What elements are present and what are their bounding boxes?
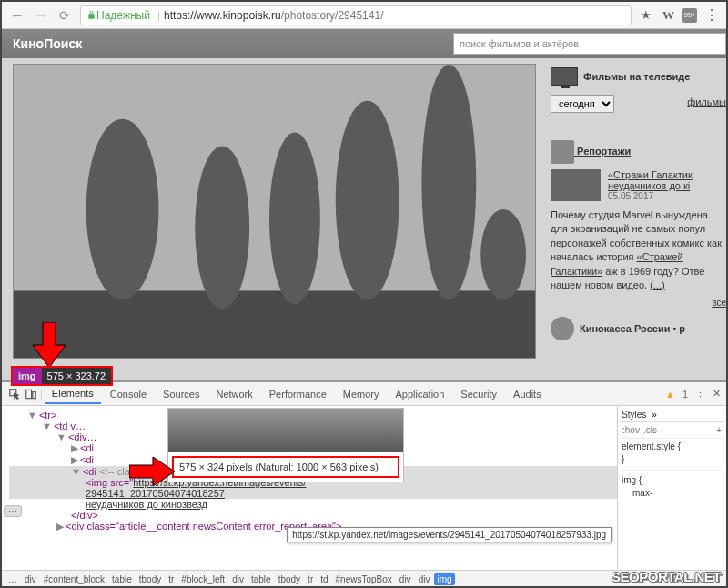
all-link[interactable]: все: [551, 298, 726, 308]
tab-audits[interactable]: Audits: [506, 385, 549, 403]
inspect-tool-icon[interactable]: [7, 387, 22, 401]
cls-toggle[interactable]: .cls: [643, 425, 657, 435]
svg-point-7: [480, 209, 526, 299]
tab-console[interactable]: Console: [103, 385, 154, 403]
report-date: 05.05.2017: [608, 191, 693, 201]
styles-tab[interactable]: Styles: [622, 410, 646, 420]
svg-rect-10: [33, 391, 36, 398]
tab-sources[interactable]: Sources: [156, 385, 207, 403]
report-link[interactable]: «Стражи Галактикнеудачников до кі: [608, 169, 693, 191]
tab-performance[interactable]: Performance: [262, 385, 334, 403]
tv-title: Фильмы на телевиде: [583, 71, 690, 82]
main-image: [13, 64, 536, 359]
svg-rect-1: [14, 290, 535, 358]
warning-icon[interactable]: ▲: [665, 389, 675, 400]
back-button[interactable]: ←: [9, 7, 25, 24]
url-host: https://www.kinopoisk.ru: [164, 9, 281, 22]
reports-title[interactable]: Репортажи: [577, 146, 631, 157]
annotation-arrow-right: [129, 456, 175, 487]
lock-icon: [86, 10, 96, 20]
forward-button[interactable]: →: [33, 7, 49, 24]
url-tooltip: https://st.kp.yandex.net/images/events/2…: [287, 527, 612, 542]
inspect-size: 575 × 323.72: [42, 368, 112, 384]
extension-icon[interactable]: ★: [639, 8, 653, 23]
hov-toggle[interactable]: :hov: [622, 425, 640, 435]
tab-network[interactable]: Network: [208, 385, 259, 403]
annotation-arrow-down: [31, 322, 67, 368]
cash-icon: [551, 317, 574, 340]
tab-memory[interactable]: Memory: [336, 385, 387, 403]
styles-more[interactable]: »: [652, 410, 657, 420]
devtools-menu[interactable]: ⋮: [695, 388, 705, 400]
inspect-tag: img: [13, 368, 42, 384]
url-path: /photostory/2945141/: [281, 9, 384, 22]
tab-elements[interactable]: Elements: [45, 384, 101, 404]
report-summary: Почему студия Marvel вынуждена для экран…: [551, 208, 726, 292]
svg-point-3: [195, 146, 249, 309]
secure-label: Надежный: [96, 9, 150, 22]
svg-point-6: [421, 65, 476, 299]
sidebar: Фильмы на телевиде сегодня фильмы Репорт…: [551, 64, 726, 359]
preview-dimensions: 575 × 324 pixels (Natural: 1000 × 563 pi…: [172, 456, 399, 478]
search-input[interactable]: поиск фильмов и актёров: [453, 33, 726, 55]
badge-icon[interactable]: 99+: [682, 8, 697, 23]
devtools-close[interactable]: ✕: [713, 388, 721, 400]
cash-title: Кинокасса России • р: [580, 323, 685, 334]
scroll-hint[interactable]: ⋯: [4, 505, 22, 517]
reel-icon: [551, 140, 574, 164]
wiki-icon[interactable]: W: [661, 8, 675, 23]
report-thumb[interactable]: [551, 169, 601, 201]
svg-point-4: [269, 133, 320, 305]
day-select[interactable]: сегодня: [551, 95, 614, 113]
warning-count: 1: [682, 389, 688, 400]
element-dimension-badge: img 575 × 323.72: [11, 366, 113, 386]
styles-panel[interactable]: Styles» :hov .cls + element.style { } im…: [617, 406, 726, 570]
add-rule[interactable]: +: [716, 425, 722, 435]
svg-rect-9: [26, 390, 32, 398]
address-bar[interactable]: Надежный | https://www.kinopoisk.ru/phot…: [80, 5, 632, 25]
devtools-panel: | Elements Console Sources Network Perfo…: [2, 380, 726, 586]
browser-menu[interactable]: ⋮: [704, 6, 719, 24]
films-link[interactable]: фильмы: [687, 96, 726, 107]
preview-thumbnail: [168, 409, 403, 452]
tab-application[interactable]: Application: [389, 385, 452, 403]
device-toggle-icon[interactable]: [24, 387, 38, 401]
watermark: SEOPORTAL.NET: [612, 569, 721, 584]
svg-point-2: [86, 119, 159, 300]
site-logo[interactable]: КиноПоиск: [13, 36, 82, 51]
image-preview-popup: 575 × 324 pixels (Natural: 1000 × 563 pi…: [167, 408, 404, 482]
tab-security[interactable]: Security: [453, 385, 504, 403]
svg-point-5: [336, 101, 399, 300]
refresh-button[interactable]: ⟳: [56, 7, 73, 24]
elements-panel[interactable]: ⋯ ▼<tr> ▼<td v… ▼<div… ▶<di ▶<di ▼<di <!…: [2, 406, 617, 570]
tv-icon: [551, 67, 578, 86]
